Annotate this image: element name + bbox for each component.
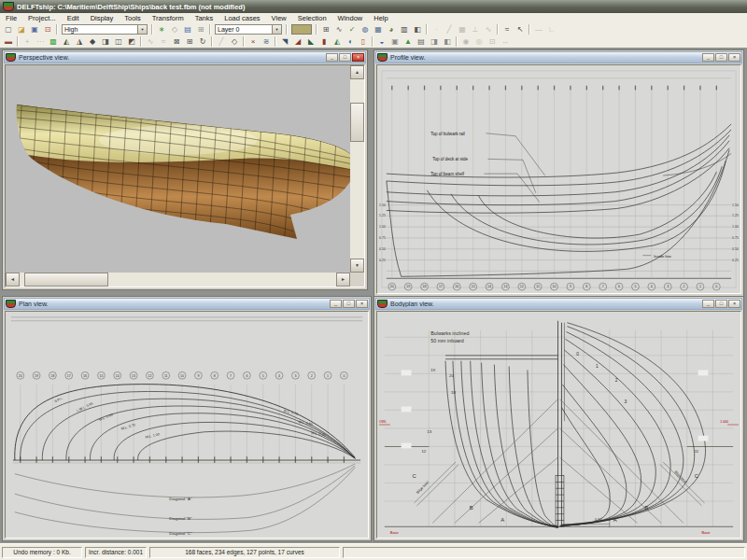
layer-combo[interactable]: Layer 0▼: [215, 24, 282, 35]
mirror-icon[interactable]: ◫: [112, 35, 125, 48]
menu-item-loadcases[interactable]: Load cases: [218, 13, 265, 23]
restore-button[interactable]: □: [343, 300, 355, 308]
menu-item-selection[interactable]: Selection: [292, 13, 332, 23]
minimize-button[interactable]: _: [326, 53, 338, 62]
waves-icon[interactable]: ≋: [260, 35, 273, 48]
title-bar[interactable]: DELFTship: C:\Maritiem\DelftShip\Ships\b…: [0, 0, 747, 13]
menu-item-help[interactable]: Help: [368, 13, 393, 23]
minimize-button[interactable]: _: [330, 300, 342, 308]
scale-icon[interactable]: ◇: [228, 35, 241, 48]
bodyplan-canvas[interactable]: Bulwarks inclined 50 mm inboard 0 1 2 3 …: [376, 311, 741, 539]
collapse-edge-icon[interactable]: ◮: [73, 35, 86, 48]
combo-dropdown-arrow-icon[interactable]: ▼: [272, 25, 281, 34]
minimize-button[interactable]: _: [702, 300, 714, 308]
transform-icon[interactable]: ◩: [125, 35, 138, 48]
zoom-in-icon: ◉: [459, 35, 472, 48]
bodyplan-titlebar[interactable]: Bodyplan view. _ □ ×: [375, 298, 742, 310]
stability-icon[interactable]: ◖: [344, 35, 357, 48]
globe-icon[interactable]: ◍: [359, 23, 372, 35]
insert-plane-icon[interactable]: ▩: [47, 35, 60, 48]
restore-button[interactable]: □: [715, 53, 727, 62]
developability-icon[interactable]: ◧: [411, 23, 424, 35]
export-icon[interactable]: ◨: [428, 35, 441, 48]
critical-points-icon[interactable]: ▲: [402, 35, 415, 48]
scroll-left-button[interactable]: ◄: [6, 273, 20, 287]
extrude-edge-icon[interactable]: ◨: [99, 35, 112, 48]
toolbar-separator: [209, 24, 211, 35]
menu-item-file[interactable]: File: [0, 13, 22, 23]
profile-titlebar[interactable]: Profile view. _ □ ×: [375, 51, 742, 63]
svg-text:12: 12: [421, 449, 426, 454]
resistance-delft-icon[interactable]: ◣: [304, 35, 317, 48]
minimize-button[interactable]: _: [702, 53, 714, 62]
close-button[interactable]: ×: [356, 300, 368, 308]
crosscurves-icon[interactable]: ▯: [357, 35, 370, 48]
select-arrow-icon[interactable]: ↖: [514, 23, 527, 35]
toolbar-separator: [426, 24, 428, 35]
vertical-scroll-thumb[interactable]: [350, 103, 364, 142]
shaded-view-icon[interactable]: ◕: [385, 23, 398, 35]
intersect-layers-icon[interactable]: ⊠: [170, 35, 183, 48]
control-net-icon[interactable]: ◇: [168, 23, 181, 35]
perspective-canvas[interactable]: ▲ ▼ ◄ ►: [5, 64, 365, 287]
menu-item-display[interactable]: Display: [85, 13, 120, 23]
restore-button[interactable]: □: [339, 53, 351, 62]
menu-item-project[interactable]: Project...: [22, 13, 62, 23]
horizontal-scrollbar[interactable]: ◄ ►: [6, 273, 350, 287]
menu-item-edit[interactable]: Edit: [62, 13, 85, 23]
menu-item-tanks[interactable]: Tanks: [190, 13, 219, 23]
split-edge-icon[interactable]: ◭: [60, 35, 73, 48]
edit-curve-icon[interactable]: ∿: [332, 23, 345, 35]
report-icon[interactable]: ▤: [415, 35, 428, 48]
fairness-check-icon[interactable]: ✓: [345, 23, 359, 35]
tanks-icon[interactable]: ▮: [317, 35, 331, 48]
plan-titlebar[interactable]: Plan view. _ □ ×: [4, 298, 370, 310]
wireframe-icon[interactable]: ▦: [372, 23, 385, 35]
profile-canvas[interactable]: 20191817161514131211109876543210: [376, 64, 741, 294]
sailplan-icon[interactable]: ◭: [331, 35, 344, 48]
vertical-scrollbar[interactable]: ▲ ▼: [350, 65, 364, 273]
close-button[interactable]: ×: [728, 300, 740, 308]
layer-color-swatch[interactable]: [291, 24, 312, 35]
scroll-right-button[interactable]: ►: [336, 273, 350, 287]
resistance-kaper-icon[interactable]: ◢: [291, 35, 304, 48]
menu-item-transform[interactable]: Transform: [147, 13, 190, 23]
crease-edge-icon[interactable]: ◆: [86, 35, 99, 48]
plan-canvas[interactable]: 20191817161514131211109876543210: [5, 311, 369, 539]
save-file-icon[interactable]: ▣: [28, 23, 41, 35]
cut-icon[interactable]: ×: [247, 35, 260, 48]
reload-icon[interactable]: ⊡: [41, 23, 54, 35]
combo-dropdown-arrow-icon[interactable]: ▼: [137, 25, 147, 34]
rotate-icon[interactable]: ↻: [196, 35, 209, 48]
zebra-shading-icon[interactable]: ▥: [398, 23, 411, 35]
station-number: 10: [180, 374, 184, 378]
restore-button[interactable]: □: [715, 300, 727, 308]
intersections-icon[interactable]: ∗: [155, 23, 168, 35]
menu-item-view[interactable]: View: [266, 13, 292, 23]
hydrostatics-icon[interactable]: ◥: [278, 35, 291, 48]
perspective-titlebar[interactable]: Perspective view. _ □ ×: [4, 51, 366, 63]
menu-item-window[interactable]: Window: [332, 13, 369, 23]
design-hydrostatics-icon[interactable]: ◒: [375, 35, 388, 48]
delete-icon[interactable]: ▬: [2, 35, 15, 48]
import-icon[interactable]: ◧: [441, 35, 454, 48]
new-file-icon[interactable]: ▢: [2, 23, 15, 35]
precision-combo-value[interactable]: High: [63, 25, 137, 34]
open-folder-icon[interactable]: ◪: [15, 23, 28, 35]
subdivide-icon[interactable]: ⊞: [183, 35, 196, 48]
layer-list-icon[interactable]: ⊞: [319, 23, 332, 35]
menu-item-tools[interactable]: Tools: [119, 13, 147, 23]
layer-combo-value[interactable]: Layer 0: [216, 25, 272, 34]
grid-icon[interactable]: ⊞: [194, 23, 207, 35]
background-image-icon[interactable]: ▤: [181, 23, 194, 35]
close-button[interactable]: ×: [352, 53, 364, 62]
volume-icon[interactable]: ▣: [388, 35, 402, 48]
close-button[interactable]: ×: [728, 53, 740, 62]
precision-combo[interactable]: High▼: [62, 24, 148, 35]
horizontal-scroll-thumb[interactable]: [24, 273, 108, 287]
flowlines-icon[interactable]: ≈: [500, 23, 514, 35]
scroll-up-button[interactable]: ▲: [350, 65, 364, 79]
station-number: 3: [667, 285, 669, 288]
scroll-down-button[interactable]: ▼: [350, 259, 364, 273]
curvature-icon: ∿: [482, 23, 495, 35]
